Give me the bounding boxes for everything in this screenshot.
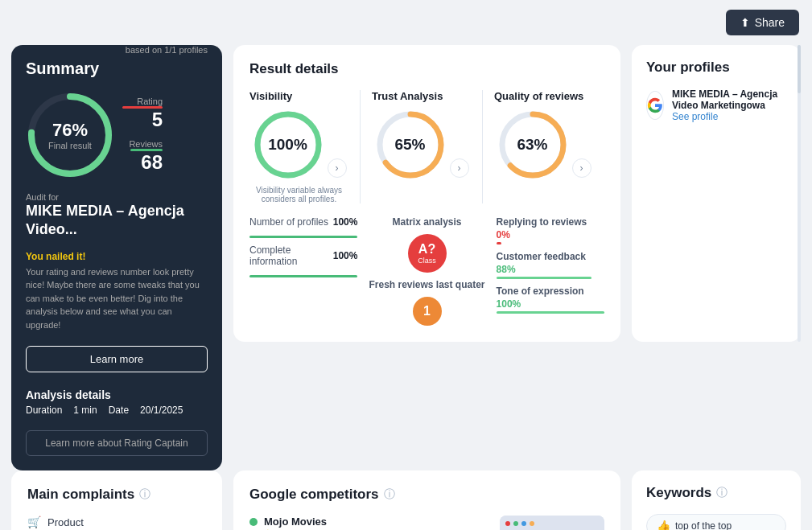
duration-val: 1 min xyxy=(73,405,97,416)
complaints-info-icon: ⓘ xyxy=(139,487,150,502)
profiles-card: Your profiles MIKE MEDIA – Agencja Video… xyxy=(632,45,801,342)
profiles-title: Your profiles xyxy=(646,60,786,76)
quality-pct: 63% xyxy=(517,136,547,154)
complete-row: Complete information 100% xyxy=(249,244,357,267)
profile-name: MIKE MEDIA – Agencja Video Marketingowa xyxy=(672,88,786,111)
keywords-info-icon: ⓘ xyxy=(716,486,728,500)
visibility-pct: 100% xyxy=(268,136,307,154)
gauge-final-label: Final result xyxy=(48,141,92,150)
fresh-label: Fresh reviews last quater xyxy=(369,279,484,290)
trust-metric: Trust Analysis 65% › xyxy=(361,90,483,203)
share-button[interactable]: ⬆ Share xyxy=(726,10,799,35)
keyword-1[interactable]: 👍 top of the top xyxy=(646,514,786,530)
competitors-title-row: Google competitors ⓘ xyxy=(249,487,604,503)
top-bar: ⬆ Share xyxy=(0,0,812,45)
visibility-metric: Visibility 100% › Visibility variable al… xyxy=(249,90,361,203)
competitors-info-icon: ⓘ xyxy=(384,487,395,502)
tone-label: Tone of expression xyxy=(497,286,604,297)
rating-reviews: Rating 5 Reviews 68 xyxy=(122,97,163,174)
learn-captain-button[interactable]: Learn more about Rating Captain xyxy=(26,430,208,456)
date-val: 20/1/2025 xyxy=(140,405,183,416)
learn-more-button[interactable]: Learn more xyxy=(26,346,208,372)
svg-point-17 xyxy=(530,521,534,526)
replying-bar xyxy=(497,242,502,244)
reviews-label: Reviews xyxy=(122,139,163,149)
quality-gauge: 63% xyxy=(497,109,569,181)
share-icon: ⬆ xyxy=(740,16,750,29)
analysis-row: Duration 1 min Date 20/1/2025 xyxy=(26,405,208,416)
quality-metric: Quality of reviews 63% › xyxy=(483,90,604,203)
nailed-it-label: You nailed it! xyxy=(26,251,208,262)
profile-item: MIKE MEDIA – Agencja Video Marketingowa … xyxy=(646,88,786,122)
complaint-product-label: 🛒 Product xyxy=(27,516,206,528)
feedback-metric: Customer feedback 88% xyxy=(497,251,604,279)
trust-pct: 65% xyxy=(394,136,425,154)
competitor-1-info: Mojo Movies ★ 5 115 xyxy=(264,516,327,530)
profile-info: MIKE MEDIA – Agencja Video Marketingowa … xyxy=(672,88,786,122)
audit-name: MIKE MEDIA – Agencja Video... xyxy=(26,202,208,240)
trust-label: Trust Analysis xyxy=(372,90,443,102)
date-label: Date xyxy=(109,405,129,416)
matrix-badge-text: A? xyxy=(418,242,435,257)
competitors-inner: Mojo Movies ★ 5 115 KAMIŃSKI FILM ★ xyxy=(249,516,604,530)
analysis-details: Analysis details Duration 1 min Date 20/… xyxy=(26,388,208,416)
visibility-chevron[interactable]: › xyxy=(328,158,347,178)
scrollbar-thumb[interactable] xyxy=(798,45,801,93)
replying-val: 0% xyxy=(497,229,604,240)
gauge-circle: 76% Final result xyxy=(26,91,114,179)
complete-label: Complete information xyxy=(249,244,333,267)
complaints-title: Main complaints xyxy=(27,487,134,503)
analysis-title: Analysis details xyxy=(26,388,208,401)
keywords-title: Keywords xyxy=(646,485,711,501)
rating-block: Rating 5 xyxy=(122,97,163,131)
profiles-val: 100% xyxy=(333,216,358,228)
details-right: Replying to reviews 0% Customer feedback… xyxy=(497,216,604,326)
scrollbar-track xyxy=(798,45,801,342)
audit-for-label: Audit for xyxy=(26,192,208,202)
details-middle: Matrix analysis A? Class Fresh reviews l… xyxy=(369,216,484,326)
metrics-row: Visibility 100% › Visibility variable al… xyxy=(249,90,604,203)
quality-chevron[interactable]: › xyxy=(572,158,591,178)
reviews-block: Reviews 68 xyxy=(122,139,163,174)
nailed-it-desc: Your rating and reviews number look pret… xyxy=(26,265,208,332)
keywords-card: Keywords ⓘ 👍 top of the top za każdym ra… xyxy=(632,470,801,530)
based-on: based on 1/1 profiles xyxy=(126,45,208,55)
result-details-title: Result details xyxy=(249,61,604,77)
visibility-gauge: 100% xyxy=(252,109,324,181)
gauge-center: 76% Final result xyxy=(48,120,92,150)
trust-gauge: 65% xyxy=(374,109,447,181)
duration-label: Duration xyxy=(26,405,62,416)
product-icon: 🛒 xyxy=(27,516,41,528)
gauge-pct: 76% xyxy=(48,120,92,141)
rating-label: Rating xyxy=(122,97,163,106)
competitors-card: Google competitors ⓘ Mojo Movies ★ 5 115 xyxy=(233,470,620,530)
main-grid: Summary based on 1/1 profiles 76% Final … xyxy=(0,45,812,482)
gauge-section: 76% Final result Rating 5 Reviews 68 xyxy=(26,91,208,179)
feedback-label: Customer feedback xyxy=(497,251,604,262)
complaints-title-row: Main complaints ⓘ xyxy=(27,487,206,503)
competitors-chart: business xyxy=(500,516,604,530)
keywords-title-row: Keywords ⓘ xyxy=(646,485,786,501)
complaint-product: 🛒 Product 0% xyxy=(27,516,206,530)
see-profile-link[interactable]: See profile xyxy=(672,111,786,122)
summary-title: Summary xyxy=(26,60,99,78)
details-bottom: Number of profiles 100% Complete informa… xyxy=(249,216,604,326)
competitors-list: Mojo Movies ★ 5 115 KAMIŃSKI FILM ★ xyxy=(249,516,488,530)
matrix-label: Matrix analysis xyxy=(392,216,461,228)
profiles-bar xyxy=(249,236,357,238)
result-details-card: Result details Visibility 100% › Visibil… xyxy=(233,45,620,342)
complaints-card: Main complaints ⓘ 🛒 Product 0% 🚗 Deliver… xyxy=(11,470,222,530)
keyword-1-icon: 👍 xyxy=(657,520,670,530)
nailed-it-section: You nailed it! Your rating and reviews n… xyxy=(26,248,208,332)
trust-chevron[interactable]: › xyxy=(450,158,469,178)
profiles-row: Number of profiles 100% xyxy=(249,216,357,228)
svg-point-14 xyxy=(505,521,510,526)
replying-label: Replying to reviews xyxy=(497,216,604,228)
bottom-grid: Main complaints ⓘ 🛒 Product 0% 🚗 Deliver… xyxy=(0,470,812,530)
quality-label: Quality of reviews xyxy=(494,90,583,102)
matrix-badge: A? Class xyxy=(408,234,447,273)
rating-val: 5 xyxy=(122,109,163,131)
complete-bar xyxy=(249,275,357,277)
google-icon xyxy=(646,91,664,120)
audit-section: Audit for MIKE MEDIA – Agencja Video... xyxy=(26,192,208,240)
